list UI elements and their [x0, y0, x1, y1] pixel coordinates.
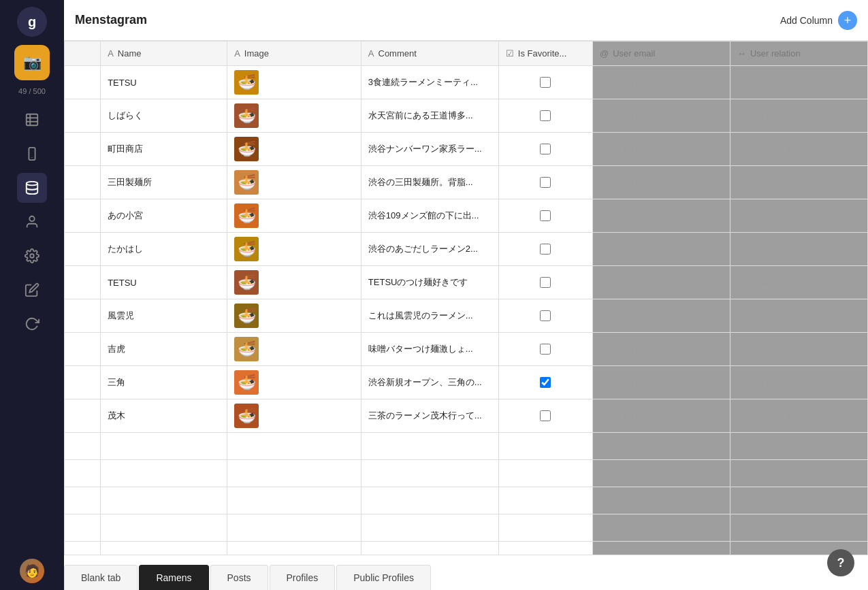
tab-public-profiles[interactable]: Public Profiles — [336, 565, 431, 590]
cell-comment[interactable]: これは風雲児のラーメン... — [361, 299, 498, 333]
add-column-button[interactable]: Add Column + — [780, 11, 857, 30]
tab-blank[interactable]: Blank tab — [64, 565, 138, 590]
table-row: 風雲児🍜これは風雲児のラーメン......ogmail.com...ogmail… — [65, 299, 868, 333]
col-label-favorite: Is Favorite... — [518, 48, 567, 59]
empty-row — [65, 460, 868, 487]
add-column-icon: + — [838, 11, 857, 30]
row-number — [65, 66, 101, 99]
cell-favorite — [498, 166, 592, 199]
cell-name[interactable]: TETSU — [101, 266, 227, 299]
col-header-relation[interactable]: ↔ User relation — [730, 42, 867, 66]
cell-name[interactable]: 三田製麺所 — [101, 166, 227, 199]
col-header-image[interactable]: A Image — [227, 42, 361, 66]
favorite-checkbox[interactable] — [540, 344, 551, 355]
cell-name[interactable]: 茂木 — [101, 399, 227, 433]
empty-cell — [730, 460, 867, 487]
cell-comment[interactable]: 渋谷新規オープン、三角の... — [361, 366, 498, 399]
main-content: Menstagram Add Column + A Name — [64, 0, 868, 590]
cell-image: 🍜 — [227, 99, 361, 133]
sidebar: g 📷 49 / 500 � — [0, 0, 64, 590]
sidebar-item-users[interactable] — [17, 207, 47, 237]
col-header-comment[interactable]: A Comment — [361, 42, 498, 66]
cell-name[interactable]: 町田商店 — [101, 133, 227, 166]
col-header-email[interactable]: @ User email — [592, 42, 730, 66]
favorite-checkbox[interactable] — [540, 210, 551, 221]
row-number — [65, 166, 101, 199]
svg-point-6 — [27, 182, 38, 186]
cell-comment[interactable]: 3食連続ラーメンミーティ... — [361, 66, 498, 99]
cell-comment[interactable]: 渋谷ナンバーワン家系ラー... — [361, 133, 498, 166]
app-icon[interactable]: 📷 — [14, 45, 50, 80]
favorite-checkbox[interactable] — [540, 177, 551, 188]
col-header-rownum — [65, 42, 101, 66]
empty-cell — [361, 487, 498, 514]
cell-email: ...ogmail.com — [592, 233, 730, 266]
cell-image: 🍜 — [227, 66, 361, 99]
sidebar-item-settings[interactable] — [17, 241, 47, 271]
favorite-checkbox[interactable] — [540, 144, 551, 154]
cell-name[interactable]: しばらく — [101, 99, 227, 133]
avatar-image: 🧑 — [20, 559, 44, 583]
empty-cell — [227, 460, 361, 487]
sidebar-item-table[interactable] — [17, 105, 47, 135]
favorite-checkbox[interactable] — [540, 77, 551, 88]
row-number — [65, 333, 101, 366]
cell-favorite — [498, 399, 592, 433]
sidebar-item-mobile[interactable] — [17, 139, 47, 169]
favorite-checkbox[interactable] — [540, 377, 551, 388]
cell-comment[interactable]: TETSUのつけ麺好きです — [361, 266, 498, 299]
camera-icon: 📷 — [23, 54, 42, 71]
header: Menstagram Add Column + — [64, 0, 868, 41]
empty-cell — [361, 542, 498, 555]
cell-name[interactable]: 風雲児 — [101, 299, 227, 333]
cell-relation: ...ogmail.com — [730, 366, 867, 399]
favorite-checkbox[interactable] — [540, 410, 551, 421]
favorite-checkbox[interactable] — [540, 244, 551, 255]
cell-email: ...ogmail.com — [592, 366, 730, 399]
empty-row — [65, 514, 868, 542]
favorite-checkbox[interactable] — [540, 110, 551, 121]
cell-email: ...ogmail.com — [592, 333, 730, 366]
cell-comment[interactable]: 渋谷の三田製麺所。背脂... — [361, 166, 498, 199]
favorite-checkbox[interactable] — [540, 310, 551, 321]
app-logo[interactable]: g — [17, 7, 47, 37]
cell-relation: ...ogmail.com — [730, 66, 867, 99]
row-counter: 49 / 500 — [18, 87, 46, 95]
cell-name[interactable]: TETSU — [101, 66, 227, 99]
cell-comment[interactable]: 渋谷のあごだしラーメン2... — [361, 233, 498, 266]
cell-image: 🍜 — [227, 333, 361, 366]
row-number — [65, 299, 101, 333]
sidebar-item-database[interactable] — [17, 173, 47, 203]
cell-name[interactable]: 三角 — [101, 366, 227, 399]
col-label-email: User email — [613, 48, 655, 59]
col-header-name[interactable]: A Name — [101, 42, 227, 66]
tab-profiles[interactable]: Profiles — [270, 565, 336, 590]
cell-name[interactable]: たかはし — [101, 233, 227, 266]
col-label-name: Name — [118, 48, 142, 59]
cell-name[interactable]: あの小宮 — [101, 199, 227, 233]
cell-favorite — [498, 99, 592, 133]
sidebar-item-edit[interactable] — [17, 275, 47, 305]
empty-row — [65, 433, 868, 460]
tab-ramens[interactable]: Ramens — [139, 565, 208, 590]
cell-comment[interactable]: 三茶のラーメン茂木行って... — [361, 399, 498, 433]
cell-name[interactable]: 吉虎 — [101, 333, 227, 366]
empty-cell — [101, 433, 227, 460]
cell-comment[interactable]: 渋谷109メンズ館の下に出... — [361, 199, 498, 233]
col-header-favorite[interactable]: ☑ Is Favorite... — [498, 42, 592, 66]
tab-posts[interactable]: Posts — [210, 565, 268, 590]
help-button[interactable]: ? — [827, 549, 854, 576]
cell-comment[interactable]: 水天宮前にある王道博多... — [361, 99, 498, 133]
name-type-icon: A — [108, 48, 114, 59]
cell-image: 🍜 — [227, 166, 361, 199]
cell-comment[interactable]: 味噌バターつけ麺激しょ... — [361, 333, 498, 366]
empty-cell — [101, 460, 227, 487]
cell-email: ...ogmail.com — [592, 266, 730, 299]
table-row: しばらく🍜水天宮前にある王道博多......ogmail.com...ogmai… — [65, 99, 868, 133]
cell-favorite — [498, 366, 592, 399]
avatar[interactable]: 🧑 — [20, 559, 44, 583]
favorite-checkbox[interactable] — [540, 277, 551, 288]
sidebar-item-refresh[interactable] — [17, 309, 47, 339]
table-row: TETSU🍜3食連続ラーメンミーティ......ogmail.com...ogm… — [65, 66, 868, 99]
image-type-icon: A — [234, 48, 240, 59]
